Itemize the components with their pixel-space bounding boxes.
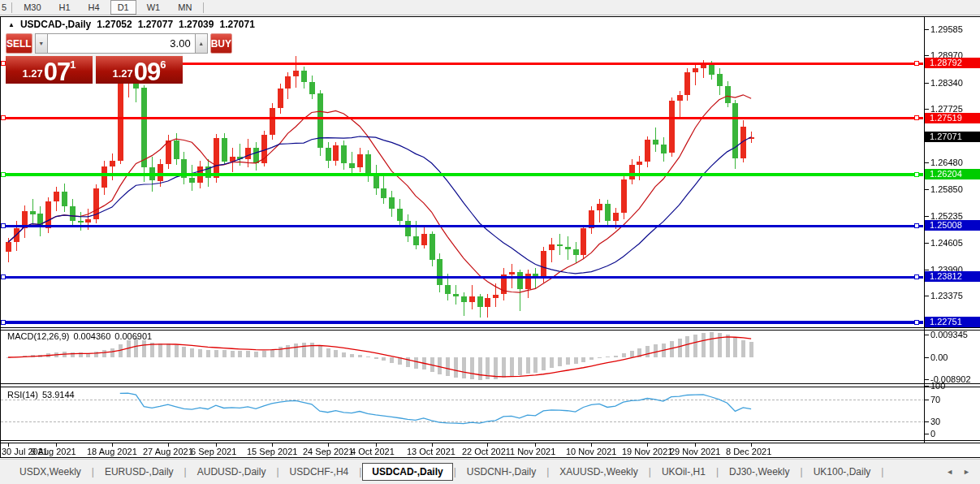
tab-usdx-weekly[interactable]: USDX,Weekly — [10, 463, 91, 481]
timeframe-h4[interactable]: H4 — [81, 0, 107, 15]
tab-usdcad-daily[interactable]: USDCAD-,Daily — [362, 463, 452, 481]
volume-decrease-icon[interactable]: ▼ — [35, 33, 48, 54]
price-tag-1-23812: 1.23812 — [925, 271, 980, 282]
sell-button[interactable]: SELL — [6, 33, 32, 54]
toolbar-separator — [203, 2, 204, 13]
chart-tab-list: USDX,Weekly|EURUSD-,Daily|AUDUSD-,Daily|… — [10, 463, 884, 481]
buy-button[interactable]: BUY — [210, 33, 232, 54]
date-axis-label: 1 Nov 2021 — [510, 447, 555, 456]
rsi-axis-label: 0 — [930, 429, 935, 439]
tab-dj30-weekly[interactable]: DJ30-,Weekly — [719, 463, 799, 481]
tab-usdcnh-daily[interactable]: USDCNH-,Daily — [457, 463, 546, 481]
date-axis-label: 27 Aug 2021 — [143, 447, 193, 456]
timeframe-button-list: M30H1H4D1W1MN — [15, 0, 201, 15]
price-axis-label: 1.29585 — [930, 24, 963, 34]
price-tag-1-22751: 1.22751 — [925, 317, 980, 327]
date-axis-label: 6 Sep 2021 — [191, 447, 236, 456]
collapse-panel-icon[interactable]: ▲ — [8, 21, 15, 28]
price-axis-label: 1.26480 — [930, 158, 963, 167]
ohlc-close: 1.27071 — [219, 19, 254, 30]
ohlc-low: 1.27039 — [179, 19, 214, 30]
buy-price-big: 09 — [134, 61, 160, 83]
chart-tab-bar: USDX,Weekly|EURUSD-,Daily|AUDUSD-,Daily|… — [0, 459, 980, 484]
tab-eurusd-daily[interactable]: EURUSD-,Daily — [95, 463, 183, 481]
rsi-axis-label: 30 — [930, 417, 940, 426]
rsi-axis-label: 100 — [930, 381, 945, 391]
buy-price-box[interactable]: 1.27 09 6 — [96, 56, 183, 84]
tab-separator: | — [880, 466, 884, 478]
tab-usdchf-h4[interactable]: USDCHF-,H4 — [280, 463, 359, 481]
date-axis-label: 13 Oct 2021 — [407, 447, 455, 456]
tab-scroll-arrows: ◄ ► — [946, 468, 970, 476]
price-axis-label: 1.28340 — [930, 78, 963, 88]
tab-scroll-left-icon[interactable]: ◄ — [946, 468, 953, 476]
price-axis-label: 1.24605 — [930, 238, 963, 248]
ohlc-high: 1.27077 — [138, 19, 173, 30]
buy-price-sup: 6 — [160, 58, 166, 71]
price-axis-label: 1.25850 — [930, 184, 963, 194]
volume-stepper: ▼ ▲ — [35, 33, 208, 54]
date-axis-label: 9 Aug 2021 — [31, 447, 76, 456]
buy-price-prefix: 1.27 — [112, 67, 132, 80]
macd-axis-label: 0.009345 — [930, 330, 968, 339]
price-axis-label: 1.23375 — [930, 291, 963, 300]
price-tag-1-26204: 1.26204 — [925, 169, 980, 179]
timeframe-m30[interactable]: M30 — [16, 0, 48, 15]
trading-terminal: 5 M30H1H4D1W1MN ▲ USDCAD-,Daily 1.27052 … — [0, 0, 980, 484]
chart-header: ▲ USDCAD-,Daily 1.27052 1.27077 1.27039 … — [8, 19, 255, 30]
date-axis-label: 29 Nov 2021 — [670, 447, 720, 456]
macd-name: MACD(12,26,9) — [7, 331, 69, 341]
sell-price-sup: 1 — [70, 58, 76, 71]
tab-audusd-daily[interactable]: AUDUSD-,Daily — [188, 463, 276, 481]
macd-signal-value: 0.006901 — [114, 331, 152, 341]
tab-ukoil-h1[interactable]: UKOil-,H1 — [652, 463, 715, 481]
tab-scroll-right-icon[interactable]: ► — [963, 468, 970, 476]
ohlc-open: 1.27052 — [97, 19, 132, 30]
date-axis-label: 8 Dec 2021 — [726, 447, 771, 456]
tab-uk100-daily[interactable]: UK100-,Daily — [804, 463, 881, 481]
timeframe-mn[interactable]: MN — [171, 0, 199, 15]
one-click-trading-panel: SELL ▼ ▲ BUY 1.27 07 1 1.27 09 6 — [6, 33, 183, 84]
timeframe-d1[interactable]: D1 — [110, 0, 136, 15]
price-tag-1-27071: 1.27071 — [925, 132, 980, 142]
timeframe-m5-partial[interactable]: 5 — [0, 2, 9, 12]
rsi-value: 53.9144 — [42, 390, 75, 400]
date-axis-label: 4 Oct 2021 — [351, 447, 395, 456]
date-axis-label: 19 Nov 2021 — [622, 447, 672, 456]
rsi-axis-label: 70 — [930, 395, 940, 404]
price-tag-1-27519: 1.27519 — [925, 113, 980, 123]
macd-main-value: 0.004360 — [73, 331, 110, 341]
date-axis-label: 24 Sep 2021 — [303, 447, 353, 456]
price-tag-1-25008: 1.25008 — [925, 220, 980, 231]
volume-input[interactable] — [48, 33, 195, 54]
timeframe-w1[interactable]: W1 — [140, 0, 168, 15]
rsi-name: RSI(14) — [7, 390, 38, 400]
macd-axis-label: 0.00 — [930, 352, 948, 362]
chart-symbol-title: USDCAD-,Daily — [20, 19, 91, 30]
date-axis-label: 22 Oct 2021 — [462, 447, 511, 456]
date-axis-label: 18 Aug 2021 — [87, 447, 137, 456]
sell-price-prefix: 1.27 — [22, 67, 42, 80]
sell-price-big: 07 — [44, 61, 70, 83]
tab-xauusd-weekly[interactable]: XAUUSD-,Weekly — [550, 463, 647, 481]
timeframe-h1[interactable]: H1 — [52, 0, 78, 15]
price-tag-1-28792: 1.28792 — [925, 58, 980, 68]
volume-increase-icon[interactable]: ▲ — [195, 33, 208, 54]
timeframe-toolbar: 5 M30H1H4D1W1MN — [0, 0, 980, 15]
date-axis-label: 15 Sep 2021 — [247, 447, 297, 456]
rsi-indicator-label: RSI(14) 53.9144 — [7, 390, 75, 400]
sell-price-box[interactable]: 1.27 07 1 — [6, 56, 93, 84]
date-axis-label: 10 Nov 2021 — [566, 447, 616, 456]
macd-indicator-label: MACD(12,26,9) 0.004360 0.006901 — [7, 331, 152, 341]
toolbar-separator — [11, 2, 12, 13]
price-axis-label: 1.25235 — [930, 211, 963, 221]
